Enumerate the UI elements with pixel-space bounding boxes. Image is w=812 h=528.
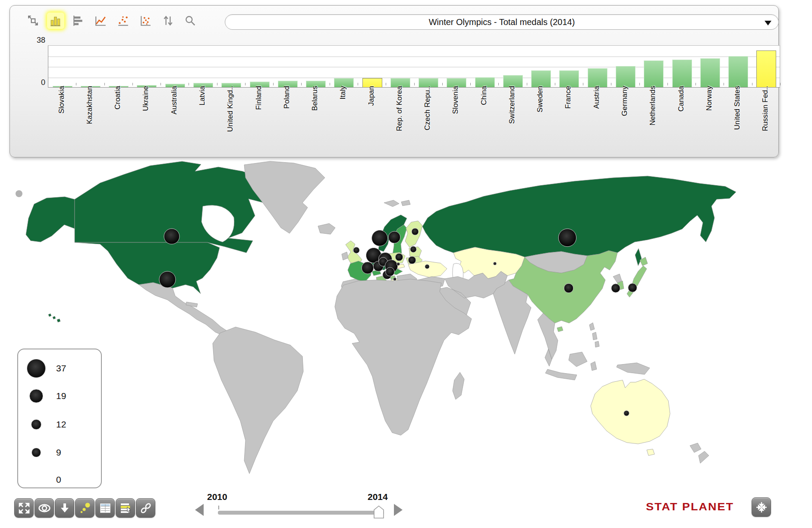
bubble-United States[interactable]: United States: 28 [159, 271, 176, 288]
bar-Austria[interactable] [588, 68, 607, 87]
horizontal-bar-chart-icon[interactable] [69, 13, 87, 29]
country-sumatra_java[interactable] [545, 369, 577, 380]
timeline-handle[interactable] [374, 506, 384, 520]
bar-Russian Fed..[interactable] [756, 50, 776, 87]
bubble-Norway[interactable]: Norway: 26 [372, 230, 388, 246]
legend-circle [27, 359, 46, 378]
x-axis-tick [132, 83, 133, 85]
country-sakhalin[interactable] [635, 248, 642, 266]
x-axis-tick [245, 83, 245, 85]
bar-label-Ukraine: Ukraine [142, 86, 150, 111]
bubble-Belarus[interactable]: Belarus: 6 [408, 256, 416, 264]
bar-Norway[interactable] [700, 58, 720, 87]
share-link-icon[interactable] [136, 498, 155, 518]
bar-France[interactable] [559, 70, 579, 87]
country-borneo[interactable] [569, 352, 587, 367]
bubble-Rep. of Korea[interactable]: Rep. of Korea: 8 [611, 284, 620, 292]
bar-chart-plot [48, 45, 780, 88]
indicator-list-icon[interactable] [116, 498, 135, 518]
scatter-plot-icon[interactable] [114, 13, 132, 29]
bar-label-Croatia: Croatia [113, 86, 122, 110]
collapse-icon[interactable] [752, 497, 771, 517]
bubble-Poland[interactable]: Poland: 6 [395, 253, 403, 261]
country-iceland[interactable] [318, 223, 335, 234]
fullscreen-icon[interactable] [14, 498, 34, 518]
timeline-prev-button[interactable] [195, 504, 204, 516]
resize-icon[interactable] [25, 13, 42, 29]
country-ireland[interactable] [342, 252, 348, 260]
bar-Switzerland[interactable] [503, 75, 523, 87]
country-madagascar[interactable] [453, 372, 464, 399]
bar-label-United Kingd..: United Kingd.. [226, 86, 235, 132]
country-hawaii[interactable] [48, 314, 60, 322]
bar-Sweden[interactable] [531, 70, 551, 87]
country-tasmania[interactable] [647, 449, 655, 456]
x-axis-tick [189, 83, 189, 85]
country-nz[interactable] [690, 443, 709, 463]
bubble-size-legend: 37191290 [17, 349, 102, 488]
bubble-China[interactable]: China: 9 [564, 283, 573, 293]
x-axis-tick [104, 83, 105, 85]
bar-label-Slovenia: Slovenia [451, 86, 460, 114]
x-axis-tick [724, 83, 724, 85]
search-icon[interactable] [182, 13, 199, 29]
bar-label-Norway: Norway [705, 86, 714, 111]
country-russia[interactable] [422, 176, 736, 257]
bubble-France[interactable]: France: 15 [362, 262, 374, 274]
x-axis-tick [161, 83, 161, 85]
bubble-Canada[interactable]: Canada: 25 [164, 229, 179, 244]
data-table-icon[interactable] [95, 498, 115, 518]
timeline-end-year: 2014 [368, 492, 388, 502]
bar-chart-icon[interactable] [47, 13, 64, 29]
x-axis-tick [414, 83, 415, 85]
bubble-chart-icon[interactable] [137, 13, 154, 29]
statplanet-app: Canada: 25United States: 28Norway: 26Swe… [0, 0, 812, 528]
bar-Netherlands[interactable] [644, 60, 664, 87]
country-philippines[interactable] [589, 323, 599, 347]
timeline-track[interactable] [218, 511, 384, 515]
bubble-Slovenia[interactable]: Slovenia: 8 [386, 267, 394, 276]
gridline [48, 67, 780, 67]
bubble-Sweden[interactable]: Sweden: 15 [388, 231, 400, 243]
country-alaska[interactable] [26, 197, 75, 242]
country-southamerica[interactable] [213, 327, 303, 474]
legend-value: 19 [56, 391, 66, 401]
bar-label-Sweden: Sweden [536, 86, 544, 112]
x-axis-tick [498, 83, 499, 85]
bar-Canada[interactable] [672, 60, 692, 87]
bubble-Russian Federation[interactable]: Russian Federation: 33 [558, 229, 576, 246]
bubble-Ukraine[interactable]: Ukraine: 2 [425, 264, 429, 269]
toggle-visibility-icon[interactable] [35, 498, 54, 518]
country-uk[interactable] [346, 241, 362, 264]
bubble-Latvia[interactable]: Latvia: 4 [410, 246, 416, 252]
bubble-United Kingdom[interactable]: United Kingdom: 4 [353, 247, 359, 253]
bubble-Croatia[interactable]: Croatia: 1 [393, 277, 396, 280]
x-axis-tick [48, 83, 48, 85]
legend-value: 0 [56, 475, 61, 485]
download-icon[interactable] [55, 498, 74, 518]
x-axis-tick [583, 83, 583, 85]
x-axis-tick [696, 83, 696, 85]
bar-United States[interactable] [728, 56, 748, 87]
bubble-Kazakhstan[interactable]: Kazakhstan: 1 [493, 262, 496, 265]
timeline-next-button[interactable] [394, 504, 403, 516]
map-pan-dot[interactable] [16, 190, 22, 197]
bubble-overlay-icon[interactable] [75, 498, 94, 518]
line-chart-icon[interactable] [92, 13, 109, 29]
country-svalbard[interactable] [384, 200, 410, 207]
x-axis-tick [358, 83, 358, 85]
country-australia[interactable] [591, 379, 670, 444]
country-sulawesi_png[interactable] [591, 361, 650, 374]
bubble-Slovakia[interactable]: Slovakia: 1 [397, 262, 400, 265]
chart-toolbar [25, 13, 199, 29]
bar-label-Czech Repu..: Czech Repu.. [423, 86, 432, 130]
bubble-Finland[interactable]: Finland: 5 [412, 228, 419, 235]
country-mexico[interactable] [139, 283, 228, 336]
x-axis-tick [667, 83, 668, 85]
indicator-dropdown[interactable]: Winter Olympics - Total medals (2014) [225, 14, 779, 30]
bar-Germany[interactable] [616, 66, 636, 87]
y-axis-label: 0 [26, 78, 45, 87]
bubble-Japan[interactable]: Japan: 8 [628, 283, 637, 292]
bubble-Australia[interactable]: Australia: 3 [624, 411, 629, 416]
sort-icon[interactable] [159, 13, 176, 29]
